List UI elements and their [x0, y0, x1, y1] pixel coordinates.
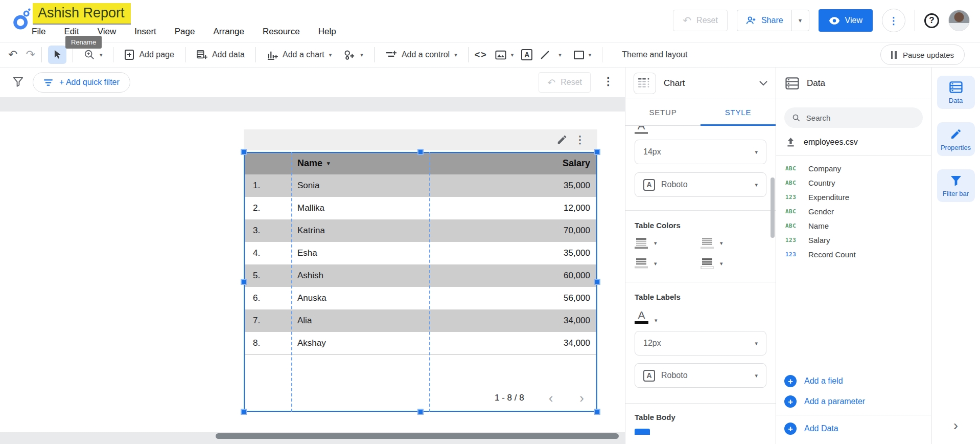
more-options-button[interactable]: ⋮ [882, 9, 905, 32]
panel-scrollbar[interactable] [771, 177, 775, 238]
rail-filter-bar-button[interactable]: Filter bar [937, 169, 975, 202]
view-button[interactable]: View [819, 9, 873, 32]
add-quick-filter-button[interactable]: + Add quick filter [33, 72, 130, 93]
labels-font-family-value: Roboto [661, 371, 688, 380]
image-button[interactable]: ▾ [491, 45, 519, 64]
field-gender[interactable]: ABC Gender [785, 204, 922, 218]
menu-help[interactable]: Help [318, 27, 336, 37]
menu-view[interactable]: View [98, 27, 116, 37]
table-row: 4. Esha 35,000 [244, 242, 597, 264]
header-font-size-dropdown[interactable]: 14px ▾ [635, 140, 766, 164]
toolbar-divider [41, 47, 42, 62]
name-column-header[interactable]: Name ▾ [291, 158, 429, 169]
table-row: 1. Sonia 35,000 [244, 174, 597, 197]
resize-handle-middle-right[interactable] [594, 279, 600, 285]
rail-data-button[interactable]: Data [937, 76, 975, 109]
field-company[interactable]: ABC Company [785, 161, 922, 175]
add-page-button[interactable]: Add page [120, 45, 179, 64]
table-chart-element[interactable]: ⋮ Name ▾ Salary 1. Sonia 35,000 2 [244, 129, 597, 414]
plus-icon: + [784, 375, 797, 387]
resize-handle-top-left[interactable] [241, 149, 247, 155]
salary-column-header[interactable]: Salary [429, 158, 597, 169]
menu-insert[interactable]: Insert [134, 27, 156, 37]
menu-resource[interactable]: Resource [263, 27, 300, 37]
report-canvas[interactable]: ⋮ Name ▾ Salary 1. Sonia 35,000 2 [0, 97, 625, 444]
theme-and-layout-button[interactable]: Theme and layout [622, 50, 687, 59]
header-text-color-control[interactable]: A [635, 126, 652, 134]
chevron-down-icon[interactable] [759, 81, 767, 86]
looker-studio-logo[interactable] [10, 7, 34, 31]
labels-font-family-dropdown[interactable]: A Roboto ▾ [635, 363, 766, 388]
edit-pencil-icon[interactable] [556, 134, 568, 145]
community-visualizations-button[interactable]: ▾ [339, 45, 368, 64]
add-data-button[interactable]: Add data [192, 45, 249, 64]
shape-button[interactable]: ▾ [569, 45, 596, 64]
select-mode-button[interactable] [48, 46, 66, 64]
header-color-dropdown[interactable]: ▾ [635, 237, 701, 249]
field-salary[interactable]: 123 Salary [785, 233, 922, 247]
add-data-button-bottom[interactable]: + Add Data [776, 418, 931, 439]
add-a-chart-button[interactable]: Add a chart ▾ [262, 45, 336, 64]
data-source-row[interactable]: employees.csv [776, 137, 931, 156]
table-element-more-icon[interactable]: ⋮ [575, 134, 585, 146]
toolbar-divider [468, 47, 469, 62]
labels-font-size-dropdown[interactable]: 12px ▾ [635, 331, 766, 356]
add-quick-filter-label: + Add quick filter [59, 78, 120, 87]
even-row-color-dropdown[interactable]: ▾ [635, 257, 701, 270]
add-a-field-button[interactable]: + Add a field [776, 371, 931, 391]
search-input[interactable] [806, 114, 915, 122]
menu-page[interactable]: Page [175, 27, 195, 37]
share-dropdown-caret[interactable]: ▾ [791, 10, 809, 31]
field-search[interactable] [784, 107, 923, 128]
field-country[interactable]: ABC Country [785, 175, 922, 190]
filter-bar-more-icon[interactable]: ⋮ [603, 75, 614, 87]
url-embed-button[interactable]: <> [475, 50, 487, 60]
table-body-color-swatch[interactable] [635, 429, 650, 435]
tab-style[interactable]: STYLE [701, 99, 776, 125]
resize-handle-top-right[interactable] [594, 149, 600, 155]
image-icon [495, 50, 506, 60]
report-title[interactable]: Ashish Report [33, 3, 131, 25]
horizontal-scrollbar[interactable] [216, 433, 619, 439]
add-a-parameter-button[interactable]: + Add a parameter [776, 391, 931, 412]
help-icon[interactable]: ? [924, 13, 939, 28]
pagination-next-icon[interactable]: › [579, 391, 584, 405]
resize-handle-top-middle[interactable] [417, 149, 424, 155]
resize-handle-bottom-middle[interactable] [417, 409, 424, 415]
menu-file[interactable]: File [32, 27, 45, 37]
field-type-chip: ABC [785, 223, 801, 229]
header-actions: ↶ Reset Share ▾ Vie [673, 8, 970, 33]
odd-row-color-dropdown[interactable]: ▾ [701, 237, 766, 249]
avatar[interactable] [948, 10, 970, 31]
share-main[interactable]: Share [737, 16, 791, 25]
field-record-count[interactable]: 123 Record Count [785, 247, 922, 261]
chart-panel-header[interactable]: Chart [625, 68, 776, 99]
rail-properties-button[interactable]: Properties [937, 122, 975, 156]
pause-updates-button[interactable]: Pause updates [880, 45, 965, 65]
tab-setup[interactable]: SETUP [625, 99, 701, 125]
pagination-prev-icon[interactable]: ‹ [549, 391, 553, 405]
field-expenditure[interactable]: 123 Expenditure [785, 190, 922, 204]
undo-button[interactable]: ↶ [8, 49, 17, 60]
resize-handle-bottom-right[interactable] [594, 409, 600, 415]
header-font-family-dropdown[interactable]: A Roboto ▾ [635, 172, 766, 197]
menu-arrange[interactable]: Arrange [213, 27, 244, 37]
add-page-icon [124, 49, 134, 60]
resize-handle-bottom-left[interactable] [241, 409, 247, 415]
community-visualizations-icon [344, 50, 356, 60]
border-color-dropdown[interactable]: ▾ [701, 257, 766, 270]
collapse-panel-chevron[interactable]: › [953, 418, 958, 433]
filter-reset-button[interactable]: ↶ Reset [539, 72, 591, 93]
add-control-label: Add a control [402, 50, 450, 59]
labels-text-color-control[interactable]: A ▾ [635, 309, 766, 324]
resize-handle-middle-left[interactable] [241, 279, 247, 285]
share-button[interactable]: Share ▾ [737, 10, 809, 31]
data-icon [949, 81, 963, 93]
line-button[interactable]: ▾ [535, 45, 566, 64]
text-button[interactable]: A [521, 49, 532, 60]
field-name[interactable]: ABC Name [785, 218, 922, 233]
add-a-control-button[interactable]: Add a control ▾ [381, 45, 462, 64]
redo-button[interactable]: ↷ [26, 49, 35, 60]
menu-edit[interactable]: Edit [64, 27, 79, 37]
reset-button[interactable]: ↶ Reset [673, 10, 728, 31]
